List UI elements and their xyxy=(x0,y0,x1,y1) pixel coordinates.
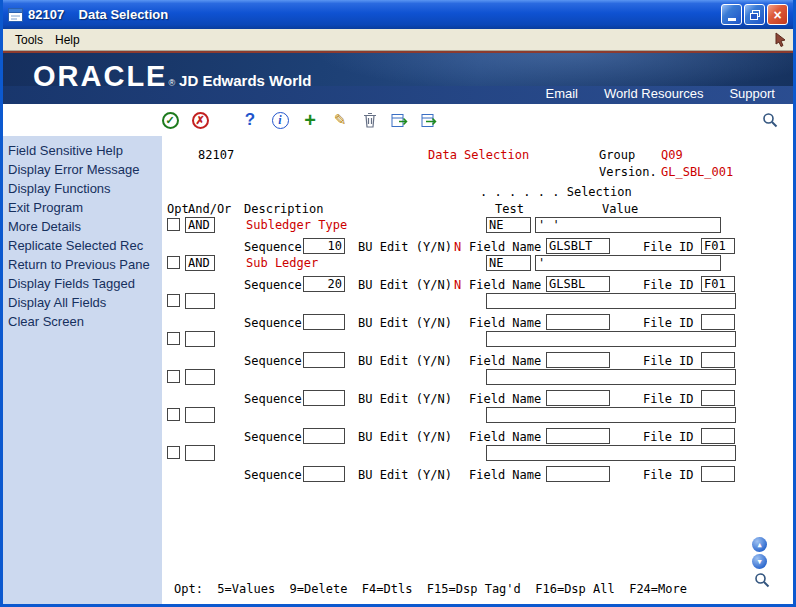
sidebar-item-display-fields-tagged[interactable]: Display Fields Tagged xyxy=(3,274,162,293)
field-name-field[interactable] xyxy=(546,390,610,406)
restore-button[interactable] xyxy=(744,4,765,25)
value-field[interactable] xyxy=(486,445,736,461)
menubar: Tools Help xyxy=(3,29,793,51)
test-field[interactable]: NE xyxy=(486,217,531,233)
field-help-cursor-icon[interactable] xyxy=(774,32,787,48)
cancel-icon[interactable]: ✗ xyxy=(189,109,211,131)
andor-field[interactable] xyxy=(185,331,215,347)
opt-checkbox[interactable] xyxy=(167,408,180,421)
field-name-label: Field Name xyxy=(469,278,541,292)
help-icon[interactable]: ? xyxy=(239,109,261,131)
version-label: Version. xyxy=(599,165,657,179)
sequence-label: Sequence xyxy=(244,392,302,406)
opt-checkbox[interactable] xyxy=(167,370,180,383)
sidebar-item-display-error-message[interactable]: Display Error Message xyxy=(3,160,162,179)
field-name-field[interactable]: GLSBL xyxy=(546,276,610,292)
field-name-field[interactable] xyxy=(546,352,610,368)
sidebar-item-display-functions[interactable]: Display Functions xyxy=(3,179,162,198)
sequence-field[interactable] xyxy=(303,428,345,444)
sidebar-item-clear-screen[interactable]: Clear Screen xyxy=(3,312,162,331)
sequence-field[interactable] xyxy=(303,390,345,406)
value-field[interactable] xyxy=(486,407,736,423)
toolbar: ✓ ✗ ? i + ✎ xyxy=(3,104,793,136)
selection-row: Sequence BU Edit (Y/N) Field Name File I… xyxy=(162,369,793,407)
edit-icon[interactable]: ✎ xyxy=(329,109,351,131)
bu-edit-label: BU Edit (Y/N) xyxy=(358,240,452,254)
andor-field[interactable] xyxy=(185,369,215,385)
export-icon[interactable] xyxy=(419,109,441,131)
search-bottom-icon[interactable] xyxy=(754,572,770,591)
field-name-field[interactable] xyxy=(546,428,610,444)
search-icon[interactable] xyxy=(759,109,781,131)
sidebar-item-display-all-fields[interactable]: Display All Fields xyxy=(3,293,162,312)
sequence-field[interactable] xyxy=(303,352,345,368)
value-field[interactable] xyxy=(486,331,736,347)
file-id-field[interactable] xyxy=(701,352,735,368)
opt-checkbox[interactable] xyxy=(167,294,180,307)
file-id-label: File ID xyxy=(643,354,694,368)
field-name-field[interactable] xyxy=(546,466,610,482)
file-id-field[interactable] xyxy=(701,390,735,406)
oracle-banner: ORACLE ® JD Edwards World Email World Re… xyxy=(3,51,793,104)
ok-icon[interactable]: ✓ xyxy=(159,109,181,131)
sequence-field[interactable] xyxy=(303,314,345,330)
close-button[interactable]: × xyxy=(767,4,788,25)
sidebar-item-field-sensitive-help[interactable]: Field Sensitive Help xyxy=(3,141,162,160)
info-icon[interactable]: i xyxy=(269,109,291,131)
opt-checkbox[interactable] xyxy=(167,218,180,231)
bu-edit-label: BU Edit (Y/N) xyxy=(358,430,452,444)
opt-checkbox[interactable] xyxy=(167,256,180,269)
link-email[interactable]: Email xyxy=(545,86,578,101)
sequence-field[interactable]: 10 xyxy=(303,238,345,254)
file-id-field[interactable]: F01 xyxy=(701,276,735,292)
scroll-up-icon[interactable]: ▲ xyxy=(752,537,767,552)
field-name-field[interactable] xyxy=(546,314,610,330)
screen-title: Data Selection xyxy=(428,148,529,162)
andor-field[interactable]: AND xyxy=(185,217,215,233)
sequence-field[interactable] xyxy=(303,466,345,482)
import-icon[interactable] xyxy=(389,109,411,131)
andor-field[interactable] xyxy=(185,445,215,461)
menu-help[interactable]: Help xyxy=(49,32,86,48)
bu-edit-label: BU Edit (Y/N) xyxy=(358,354,452,368)
selection-row: Sequence BU Edit (Y/N) Field Name File I… xyxy=(162,407,793,445)
menu-tools[interactable]: Tools xyxy=(9,32,49,48)
version-value: GL_SBL_001 xyxy=(661,165,733,179)
sequence-label: Sequence xyxy=(244,354,302,368)
andor-field[interactable] xyxy=(185,293,215,309)
file-id-field[interactable] xyxy=(701,428,735,444)
sequence-field[interactable]: 20 xyxy=(303,276,345,292)
value-field[interactable]: ' xyxy=(535,255,721,271)
link-world-resources[interactable]: World Resources xyxy=(604,86,703,101)
window-title: 82107 Data Selection xyxy=(28,7,716,22)
scroll-down-icon[interactable]: ▼ xyxy=(752,554,767,569)
link-support[interactable]: Support xyxy=(729,86,775,101)
column-header-test: Test xyxy=(495,202,524,216)
value-field[interactable] xyxy=(486,293,736,309)
value-field[interactable] xyxy=(486,369,736,385)
sidebar-item-exit-program[interactable]: Exit Program xyxy=(3,198,162,217)
field-name-field[interactable]: GLSBLT xyxy=(546,238,610,254)
andor-field[interactable]: AND xyxy=(185,255,215,271)
file-id-field[interactable] xyxy=(701,466,735,482)
bu-edit-label: BU Edit (Y/N) xyxy=(358,278,452,292)
test-field[interactable]: NE xyxy=(486,255,531,271)
opt-checkbox[interactable] xyxy=(167,332,180,345)
file-id-field[interactable] xyxy=(701,314,735,330)
sidebar-item-return-to-previous-panel[interactable]: Return to Previous Pane xyxy=(3,255,162,274)
file-id-field[interactable]: F01 xyxy=(701,238,735,254)
sidebar-item-replicate-selected-record[interactable]: Replicate Selected Rec xyxy=(3,236,162,255)
field-name-label: Field Name xyxy=(469,354,541,368)
andor-field[interactable] xyxy=(185,407,215,423)
file-id-label: File ID xyxy=(643,240,694,254)
sidebar-item-more-details[interactable]: More Details xyxy=(3,217,162,236)
add-icon[interactable]: + xyxy=(299,109,321,131)
window-icon xyxy=(8,8,23,22)
minimize-button[interactable] xyxy=(721,4,742,25)
row-description: Sub Ledger xyxy=(246,256,318,270)
field-name-label: Field Name xyxy=(469,468,541,482)
value-field[interactable]: ' ' xyxy=(535,217,721,233)
delete-icon[interactable] xyxy=(359,109,381,131)
opt-checkbox[interactable] xyxy=(167,446,180,459)
selection-row: AND Sub Ledger NE ' Sequence 20 BU Edit … xyxy=(162,255,793,293)
